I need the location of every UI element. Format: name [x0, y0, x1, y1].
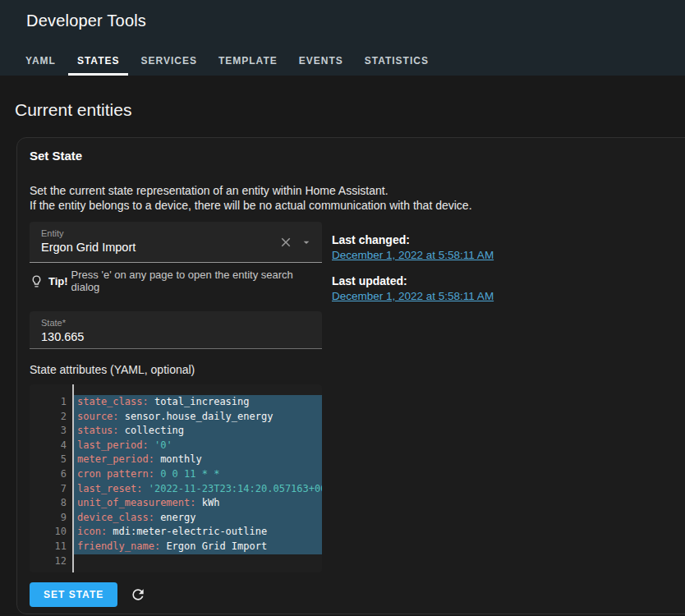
- tab-yaml[interactable]: YAML: [16, 48, 65, 76]
- page-title: Current entities: [15, 100, 685, 120]
- line-number: 4: [30, 439, 72, 453]
- code-line: 10 icon: mdi:meter-electric-outline: [30, 525, 322, 540]
- tab-services[interactable]: SERVICES: [131, 48, 205, 76]
- close-icon[interactable]: [276, 232, 296, 252]
- line-number: 7: [30, 482, 72, 497]
- set-state-button[interactable]: SET STATE: [30, 582, 117, 607]
- line-content[interactable]: state_class: total_increasing: [72, 395, 322, 410]
- code-line: 7 last_reset: '2022-11-23T23:14:20.05716…: [30, 482, 322, 497]
- tab-statistics[interactable]: STATISTICS: [356, 48, 438, 76]
- line-number: 5: [30, 453, 72, 467]
- tab-label: TEMPLATE: [218, 55, 278, 67]
- line-content[interactable]: device_class: energy: [72, 511, 322, 526]
- state-input[interactable]: State* 130.665: [30, 311, 322, 349]
- line-number: 1: [30, 395, 72, 410]
- last-updated-link[interactable]: December 1, 2022 at 5:58:11 AM: [332, 289, 494, 304]
- entity-input-label: Entity: [41, 228, 310, 239]
- line-number: 9: [30, 511, 72, 526]
- entity-row: Entity Ergon Grid Import Tip! Press 'e' …: [30, 222, 683, 349]
- tab-label: STATISTICS: [365, 55, 429, 67]
- line-content[interactable]: [72, 554, 322, 569]
- page-header-title: Developer Tools: [26, 11, 146, 30]
- code-line: 5 meter_period: monthly: [30, 453, 322, 467]
- line-content[interactable]: icon: mdi:meter-electric-outline: [72, 525, 322, 540]
- entity-input[interactable]: Entity Ergon Grid Import: [30, 222, 322, 263]
- code-line: 9 device_class: energy: [30, 511, 322, 526]
- line-content[interactable]: unit_of_measurement: kWh: [72, 496, 322, 511]
- line-content[interactable]: last_reset: '2022-11-23T23:14:20.057163+…: [72, 482, 322, 497]
- set-state-card: Set State Set the current state represen…: [16, 137, 685, 614]
- last-updated-label: Last updated:: [332, 274, 494, 288]
- line-content[interactable]: status: collecting: [72, 424, 322, 439]
- line-content[interactable]: friendly_name: Ergon Grid Import: [72, 540, 322, 554]
- tab-states[interactable]: STATES: [68, 48, 129, 76]
- description-line: Set the current state representation of …: [30, 183, 683, 198]
- code-line: 1 state_class: total_increasing: [30, 395, 322, 410]
- tab-label: STATES: [77, 55, 120, 67]
- state-input-label: State*: [41, 318, 310, 329]
- line-number: 6: [30, 467, 72, 482]
- code-line: 11 friendly_name: Ergon Grid Import: [30, 540, 322, 554]
- line-number: 8: [30, 496, 72, 511]
- entity-field-icons: [276, 232, 315, 252]
- last-changed-block: Last changed: December 1, 2022 at 5:58:1…: [332, 232, 494, 263]
- code-line: 8 unit_of_measurement: kWh: [30, 496, 322, 511]
- code-line: 2 source: sensor.house_daily_energy: [30, 410, 322, 425]
- card-footer: SET STATE: [30, 582, 683, 607]
- tip-text: Press 'e' on any page to open the entity…: [71, 269, 322, 293]
- state-input-value[interactable]: 130.665: [41, 329, 310, 345]
- menu-down-icon[interactable]: [297, 233, 315, 251]
- tab-label: SERVICES: [140, 55, 196, 67]
- line-content[interactable]: meter_period: monthly: [72, 453, 322, 467]
- entity-input-value[interactable]: Ergon Grid Import: [41, 240, 310, 255]
- last-updated-block: Last updated: December 1, 2022 at 5:58:1…: [332, 274, 494, 304]
- entity-tip: Tip! Press 'e' on any page to open the e…: [30, 269, 322, 293]
- card-description: Set the current state representation of …: [30, 183, 683, 213]
- line-content[interactable]: cron pattern: 0 0 11 * *: [72, 467, 322, 482]
- line-number: 2: [30, 410, 72, 425]
- code-line: 4 last_period: '0': [30, 439, 322, 453]
- last-changed-link[interactable]: December 1, 2022 at 5:58:11 AM: [332, 248, 494, 263]
- refresh-icon[interactable]: [128, 585, 148, 605]
- line-number: 3: [30, 424, 72, 439]
- entity-column: Entity Ergon Grid Import Tip! Press 'e' …: [30, 222, 322, 349]
- yaml-editor[interactable]: 1 state_class: total_increasing 2 source…: [30, 384, 322, 572]
- line-number: 11: [30, 540, 72, 554]
- tab-label: YAML: [25, 55, 56, 67]
- code-line: 3 status: collecting: [30, 424, 322, 439]
- code-line: 6 cron pattern: 0 0 11 * *: [30, 467, 322, 482]
- description-line: If the entity belongs to a device, there…: [30, 198, 683, 213]
- line-number: 10: [30, 525, 72, 540]
- line-content[interactable]: last_period: '0': [72, 439, 322, 453]
- card-title: Set State: [30, 149, 683, 163]
- code-line: 12: [30, 554, 322, 569]
- tab-label: EVENTS: [299, 55, 343, 67]
- tab-template[interactable]: TEMPLATE: [209, 48, 287, 76]
- tab-events[interactable]: EVENTS: [290, 48, 352, 76]
- tip-prefix: Tip!: [48, 275, 68, 287]
- last-changed-label: Last changed:: [332, 232, 494, 247]
- line-number: 12: [30, 554, 72, 569]
- line-content[interactable]: source: sensor.house_daily_energy: [72, 410, 322, 425]
- entity-meta-column: Last changed: December 1, 2022 at 5:58:1…: [332, 222, 494, 304]
- app-header: Developer Tools YAML STATES SERVICES TEM…: [0, 0, 685, 76]
- lightbulb-icon: [30, 274, 44, 288]
- attributes-label: State attributes (YAML, optional): [30, 363, 683, 376]
- tab-bar: YAML STATES SERVICES TEMPLATE EVENTS STA…: [16, 48, 438, 76]
